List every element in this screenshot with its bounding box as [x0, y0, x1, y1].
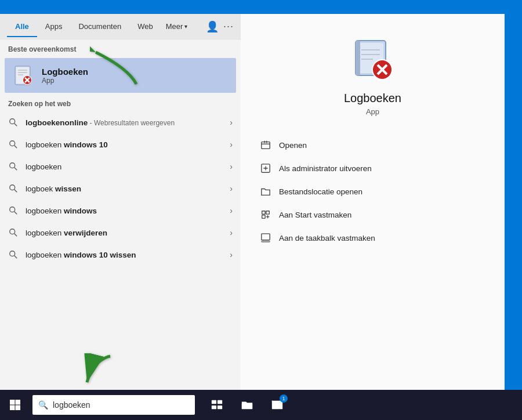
action-file-location[interactable]: Bestandslocatie openen	[252, 180, 493, 203]
mail-button[interactable]: 1	[264, 392, 290, 418]
task-view-button[interactable]	[204, 392, 230, 418]
tabs-bar: Alle Apps Documenten Web Meer ▾ 👤 ···	[0, 14, 241, 39]
search-icon-2	[8, 161, 19, 172]
web-item-text-5: logboeken verwijderen	[26, 229, 230, 237]
tab-all[interactable]: Alle	[7, 16, 37, 37]
web-item-text-1: logboeken windows 10	[26, 140, 230, 149]
action-open-label: Openen	[279, 141, 307, 150]
search-input[interactable]	[53, 400, 189, 410]
svg-line-29	[14, 212, 17, 214]
svg-rect-4	[212, 400, 216, 404]
svg-line-31	[14, 234, 17, 236]
best-match-subtitle: App	[42, 77, 88, 85]
web-search-item-6[interactable]: logboeken windows 10 wissen ›	[0, 244, 241, 266]
web-search-item-2[interactable]: logboeken ›	[0, 155, 241, 178]
person-icon[interactable]: 👤	[206, 20, 219, 33]
search-icon-6	[8, 249, 19, 260]
svg-line-21	[14, 124, 17, 126]
svg-line-25	[14, 168, 17, 170]
tabs-right-icons: 👤 ···	[206, 20, 234, 33]
pin-start-icon	[259, 208, 272, 221]
arrow-bottom	[75, 353, 133, 388]
chevron-down-icon: ▾	[184, 23, 187, 30]
chevron-right-icon-3: ›	[230, 184, 233, 193]
search-icon-3	[8, 183, 19, 194]
web-search-label: Zoeken op het web	[0, 94, 241, 111]
svg-point-20	[10, 119, 15, 124]
svg-rect-8	[242, 404, 252, 408]
chevron-right-icon-5: ›	[230, 228, 233, 237]
action-admin[interactable]: Als administrator uitvoeren	[252, 157, 493, 180]
open-icon	[259, 139, 272, 151]
action-file-label: Bestandslocatie openen	[279, 187, 362, 196]
taskbar: 🔍 1	[0, 390, 522, 420]
arrow-top	[90, 44, 148, 90]
right-panel: Logboeken App Openen	[241, 14, 505, 390]
tab-documents[interactable]: Documenten	[70, 16, 129, 37]
web-item-text-0: logboekenonline - Webresultaten weergeve…	[26, 118, 230, 127]
best-match-title: Logboeken	[42, 67, 88, 77]
svg-rect-5	[217, 400, 222, 404]
tab-more[interactable]: Meer ▾	[161, 16, 193, 37]
svg-rect-1	[16, 400, 21, 405]
web-search-item-1[interactable]: logboeken windows 10 ›	[0, 133, 241, 155]
tab-web[interactable]: Web	[129, 16, 161, 37]
admin-icon	[259, 162, 272, 175]
web-item-text-2: logboeken	[26, 162, 230, 171]
action-pin-start[interactable]: Aan Start vastmaken	[252, 203, 493, 226]
chevron-right-icon-6: ›	[230, 250, 233, 259]
svg-point-26	[10, 185, 15, 190]
web-item-text-4: logboeken windows	[26, 207, 230, 215]
app-type: App	[366, 107, 379, 116]
chevron-right-icon-1: ›	[230, 140, 233, 149]
svg-rect-47	[266, 211, 269, 214]
search-icon-5	[8, 227, 19, 238]
app-name: Logboeken	[344, 92, 401, 105]
svg-rect-50	[262, 241, 270, 242]
web-item-text-6: logboeken windows 10 wissen	[26, 251, 230, 259]
web-search-item-4[interactable]: logboeken windows ›	[0, 200, 241, 222]
logboeken-small-icon	[12, 64, 35, 87]
web-search-item-5[interactable]: logboeken verwijderen ›	[0, 222, 241, 244]
svg-rect-44	[262, 142, 270, 149]
svg-rect-48	[262, 215, 265, 218]
action-open[interactable]: Openen	[252, 133, 493, 157]
svg-point-24	[10, 163, 15, 168]
svg-rect-6	[212, 405, 216, 409]
app-actions: Openen Als administrator uitvoeren	[241, 133, 505, 249]
action-pin-taskbar[interactable]: Aan de taakbalk vastmaken	[252, 226, 493, 249]
search-icon-0	[8, 117, 19, 128]
web-search-item-3[interactable]: logboek wissen ›	[0, 178, 241, 200]
svg-point-28	[10, 207, 15, 212]
action-pin-start-label: Aan Start vastmaken	[279, 211, 351, 219]
svg-rect-7	[217, 405, 222, 409]
svg-rect-49	[262, 234, 270, 240]
chevron-right-icon-4: ›	[230, 206, 233, 215]
svg-rect-36	[356, 41, 360, 75]
logboeken-large-icon	[350, 37, 396, 84]
search-icon-1	[8, 139, 19, 150]
more-options-icon[interactable]: ···	[223, 20, 234, 32]
file-explorer-button[interactable]	[234, 392, 260, 418]
chevron-right-icon-2: ›	[230, 162, 233, 171]
pin-taskbar-icon	[259, 231, 272, 244]
search-icon: 🔍	[38, 400, 48, 410]
svg-point-30	[10, 229, 15, 234]
web-search-item-0[interactable]: logboekenonline - Webresultaten weergeve…	[0, 111, 241, 133]
chevron-right-icon-0: ›	[230, 118, 233, 127]
mail-badge: 1	[280, 394, 288, 403]
svg-point-32	[10, 251, 15, 256]
svg-line-23	[14, 146, 17, 148]
svg-line-33	[14, 256, 17, 258]
taskbar-search-box[interactable]: 🔍	[32, 395, 195, 415]
svg-point-22	[10, 141, 15, 146]
svg-line-27	[14, 190, 17, 192]
folder-icon	[259, 185, 272, 198]
svg-rect-2	[10, 405, 15, 411]
action-pin-taskbar-label: Aan de taakbalk vastmaken	[279, 234, 375, 242]
search-icon-4	[8, 205, 19, 216]
svg-rect-0	[10, 400, 15, 405]
search-panel: Alle Apps Documenten Web Meer ▾ 👤 ··· Be…	[0, 14, 505, 390]
tab-apps[interactable]: Apps	[37, 16, 71, 37]
start-button[interactable]	[0, 390, 30, 420]
